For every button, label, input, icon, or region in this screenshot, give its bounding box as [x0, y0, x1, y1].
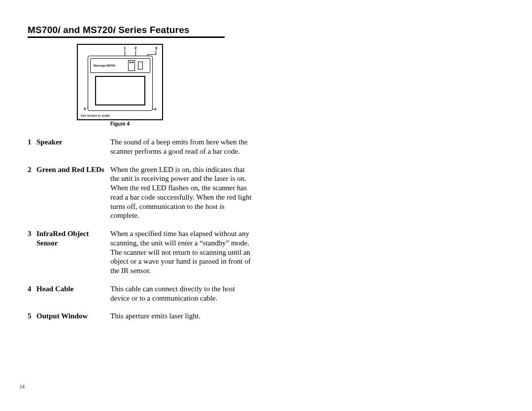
callout-4: 4	[154, 107, 156, 111]
feature-name: Output Window	[36, 311, 110, 321]
not-to-scale-label: Not shown to scale	[81, 114, 110, 117]
callout-2: 2	[134, 46, 136, 50]
feature-desc: This cable can connect directly to the h…	[110, 284, 254, 303]
feature-desc: When a specified time has elapsed withou…	[110, 229, 254, 275]
figure-caption: Figure 4	[77, 121, 163, 127]
feature-desc: The sound of a beep emits from here when…	[110, 137, 254, 156]
scanner-model-label: Metrologic MS700i	[94, 64, 115, 67]
feature-number: 5	[28, 311, 36, 321]
feature-number: 4	[28, 284, 36, 294]
feature-row: 4 Head Cable This cable can connect dire…	[28, 284, 254, 303]
callout-1: 1	[124, 46, 126, 50]
title-part-1: MS700	[28, 25, 58, 35]
green-led-icon	[130, 62, 131, 63]
features-table: 1 Speaker The sound of a beep emits from…	[28, 137, 254, 321]
feature-row: 5 Output Window This aperture emits lase…	[28, 311, 254, 321]
led-panel	[128, 60, 135, 71]
title-part-3: Series Features	[116, 25, 190, 35]
section-title: MS700i and MS720i Series Features	[28, 25, 512, 35]
red-led-icon	[132, 62, 133, 63]
title-underline	[28, 36, 225, 38]
figure-4: 1 2 3 4 5 Metrologic MS700i	[77, 44, 512, 127]
feature-number: 2	[28, 165, 36, 174]
output-window-icon	[95, 76, 145, 105]
feature-desc: This aperture emits laser light.	[110, 311, 254, 321]
feature-desc: When the green LED is on, this indicates…	[110, 165, 254, 221]
page-number: 14	[20, 384, 25, 389]
scanner-body: Metrologic MS700i	[88, 56, 153, 111]
feature-number: 1	[28, 137, 36, 147]
document-page: MS700i and MS720i Series Features 1 2 3 …	[0, 0, 532, 321]
figure-box: 1 2 3 4 5 Metrologic MS700i	[77, 44, 163, 120]
leader-3b	[147, 54, 156, 55]
title-part-2: and MS720	[61, 25, 113, 35]
feature-name: Speaker	[36, 137, 110, 147]
leader-3a	[156, 50, 156, 54]
feature-row: 3 InfraRed Object Sensor When a specifie…	[28, 229, 254, 275]
feature-number: 3	[28, 229, 36, 239]
callout-5: 5	[84, 107, 86, 111]
feature-name: InfraRed Object Sensor	[36, 229, 110, 248]
feature-name: Green and Red LEDs	[36, 165, 110, 174]
scanner-head: Metrologic MS700i	[90, 58, 150, 73]
ir-sensor-icon	[138, 62, 143, 69]
feature-row: 1 Speaker The sound of a beep emits from…	[28, 137, 254, 156]
callout-3: 3	[155, 46, 157, 50]
feature-row: 2 Green and Red LEDs When the green LED …	[28, 165, 254, 221]
feature-name: Head Cable	[36, 284, 110, 294]
